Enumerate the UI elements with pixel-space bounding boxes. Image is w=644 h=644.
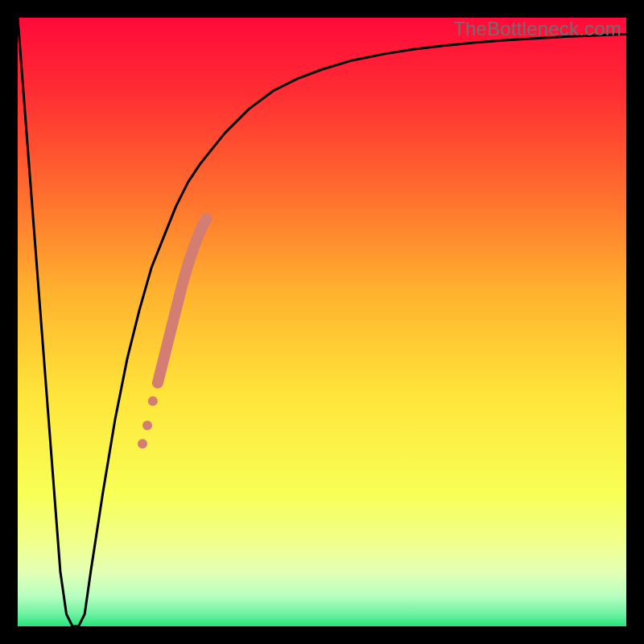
chart-frame: TheBottleneck.com <box>0 0 644 644</box>
highlight-dot <box>148 396 158 406</box>
highlight-dot <box>138 439 147 448</box>
gradient-background <box>18 18 626 626</box>
plot-area: TheBottleneck.com <box>18 18 626 626</box>
highlight-dot <box>142 421 152 431</box>
watermark-text: TheBottleneck.com <box>453 18 621 40</box>
chart-svg <box>18 18 626 626</box>
